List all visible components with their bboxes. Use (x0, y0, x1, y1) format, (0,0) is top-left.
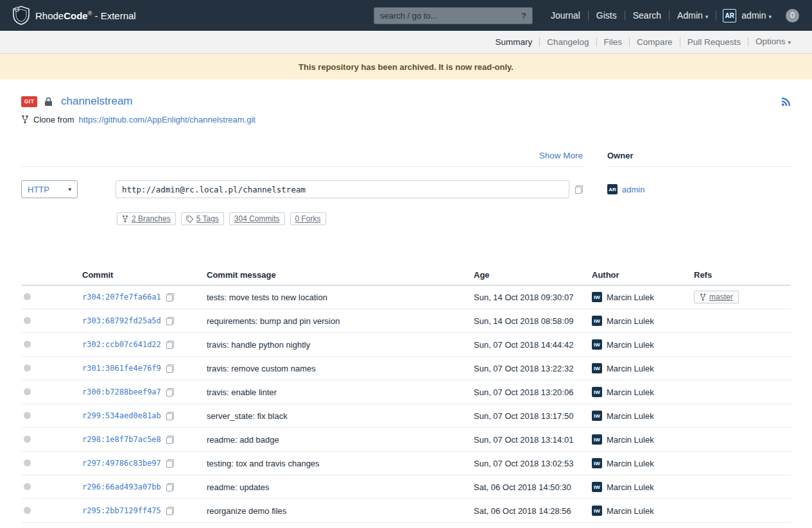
commit-message: tests: move tests to new location (207, 293, 474, 302)
owner-panel: Owner AR admin (607, 151, 791, 225)
search-input[interactable] (380, 11, 521, 21)
nav-journal[interactable]: Journal (543, 10, 588, 21)
commit-row: r304:207fe7fa66a1 tests: move tests to n… (21, 285, 791, 309)
commit-hash-link[interactable]: r295:2bb7129ff475 (82, 506, 161, 515)
clone-from-label: Clone from (33, 115, 74, 124)
commit-hash-link[interactable]: r302:ccb07c641d22 (82, 340, 161, 349)
author-name: Marcin Lulek (607, 482, 654, 492)
tab-options-menu[interactable]: Options▾ (748, 30, 798, 54)
branch-ref-tag[interactable]: master (694, 291, 739, 303)
clone-url-input[interactable] (116, 180, 569, 198)
commit-hash-link[interactable]: r297:49786c83be97 (82, 459, 161, 468)
commits-table: Commit Commit message Age Author Refs r3… (21, 265, 791, 523)
branch-icon (700, 293, 706, 301)
branches-button[interactable]: 2 Branches (117, 212, 176, 225)
commits-button[interactable]: 304 Commits (229, 212, 285, 225)
copy-icon[interactable] (166, 341, 174, 349)
commit-status-dot (24, 507, 31, 514)
commit-hash-link[interactable]: r301:3061fe4e76f9 (82, 364, 161, 373)
chevron-down-icon: ▾ (768, 13, 772, 20)
show-more-link[interactable]: Show More (539, 151, 583, 160)
vcs-git-badge: GIT (21, 96, 37, 107)
commit-message: reorganize demo files (207, 506, 474, 516)
commit-message: testing: tox and travis changes (207, 459, 474, 468)
commit-row: r296:66ad493a07bb readme: updates Sat, 0… (21, 475, 791, 499)
user-avatar[interactable]: AR (723, 9, 736, 22)
nav-gists[interactable]: Gists (589, 10, 625, 21)
author-avatar: IW (592, 411, 602, 421)
repo-name-link[interactable]: channelstream (61, 95, 133, 108)
copy-icon[interactable] (575, 185, 583, 194)
owner-heading: Owner (607, 151, 633, 160)
main-content: GIT channelstream Clone from (0, 80, 812, 523)
commit-age: Sat, 06 Oct 2018 14:50:30 (474, 482, 592, 492)
nav-search[interactable]: Search (625, 10, 669, 21)
notifications-badge[interactable]: 0 (786, 9, 799, 22)
user-menu[interactable]: admin▾ (739, 10, 779, 21)
fork-icon (21, 115, 29, 124)
forks-label[interactable]: 0 Forks (295, 214, 321, 223)
commit-row: r303:68792fd25a5d requirements: bump and… (21, 309, 791, 333)
commit-message: travis: enable linter (207, 387, 474, 397)
commit-hash-link[interactable]: r303:68792fd25a5d (82, 316, 161, 325)
tags-label[interactable]: 5 Tags (196, 214, 219, 223)
clone-from-url-link[interactable]: https://github.com/AppEnlight/channelstr… (79, 115, 255, 124)
copy-icon[interactable] (166, 388, 174, 396)
rss-feed-icon[interactable] (781, 97, 791, 106)
author-name: Marcin Lulek (607, 435, 654, 445)
tab-summary[interactable]: Summary (488, 31, 540, 53)
copy-icon[interactable] (166, 364, 174, 373)
clone-protocol-value: HTTP (28, 185, 49, 194)
commit-age: Sun, 07 Oct 2018 13:17:50 (474, 411, 592, 421)
archived-banner: This repository has been archived. It is… (0, 54, 812, 80)
commit-age: Sun, 07 Oct 2018 13:02:53 (474, 459, 592, 468)
commit-age: Sun, 14 Oct 2018 08:58:09 (474, 316, 592, 326)
commit-message: readme: updates (207, 482, 474, 492)
copy-icon[interactable] (166, 293, 174, 302)
commit-age: Sun, 07 Oct 2018 13:22:32 (474, 364, 592, 373)
tab-changelog[interactable]: Changelog (540, 31, 596, 53)
nav-admin-menu[interactable]: Admin▾ (669, 10, 716, 21)
commit-hash-link[interactable]: r300:b7288beef9a7 (82, 387, 161, 396)
commit-status-dot (24, 293, 31, 300)
commit-hash-link[interactable]: r298:1e8f7b7ac5e8 (82, 435, 161, 444)
header-age: Age (474, 270, 592, 280)
owner-row: AR admin (607, 184, 791, 194)
copy-icon[interactable] (166, 483, 174, 491)
lock-icon (44, 97, 53, 106)
copy-icon[interactable] (166, 317, 174, 325)
tab-files[interactable]: Files (597, 31, 630, 53)
author-name: Marcin Lulek (607, 316, 654, 326)
top-navbar: RB RhodeCode® - External ? Journal Gists… (0, 0, 812, 31)
commit-status-dot (24, 436, 31, 443)
copy-icon[interactable] (166, 459, 174, 468)
archived-banner-text: This repository has been archived. It is… (298, 62, 514, 72)
global-search: ? (374, 7, 533, 24)
commit-hash-link[interactable]: r304:207fe7fa66a1 (82, 293, 161, 302)
tab-pull-requests[interactable]: Pull Requests (680, 31, 748, 53)
nav-separator (716, 11, 716, 21)
copy-icon[interactable] (166, 507, 174, 515)
branch-icon (122, 215, 128, 223)
branches-label[interactable]: 2 Branches (132, 214, 171, 223)
commit-status-dot (24, 412, 31, 419)
tab-compare[interactable]: Compare (630, 31, 680, 53)
copy-icon[interactable] (166, 412, 174, 420)
clone-protocol-select[interactable]: HTTP ▾ (21, 180, 78, 198)
commit-message: server_state: fix black (207, 411, 474, 421)
commit-status-dot (24, 317, 31, 324)
commits-table-header: Commit Commit message Age Author Refs (21, 265, 791, 285)
summary-heading-row: Show More (21, 151, 583, 167)
copy-icon[interactable] (166, 436, 174, 444)
commits-label[interactable]: 304 Commits (234, 214, 280, 223)
ref-label[interactable]: master (709, 293, 733, 302)
forks-button[interactable]: 0 Forks (290, 212, 326, 225)
author-name: Marcin Lulek (607, 293, 654, 302)
commit-hash-link[interactable]: r296:66ad493a07bb (82, 482, 161, 491)
tags-button[interactable]: 5 Tags (181, 212, 224, 225)
commit-age: Sun, 14 Oct 2018 09:30:07 (474, 293, 592, 302)
owner-name-link[interactable]: admin (622, 185, 644, 194)
rhodecode-brand[interactable]: RB RhodeCode® - External (13, 6, 136, 25)
commit-hash-link[interactable]: r299:534aed0e81ab (82, 411, 161, 420)
author-avatar: IW (592, 482, 602, 492)
